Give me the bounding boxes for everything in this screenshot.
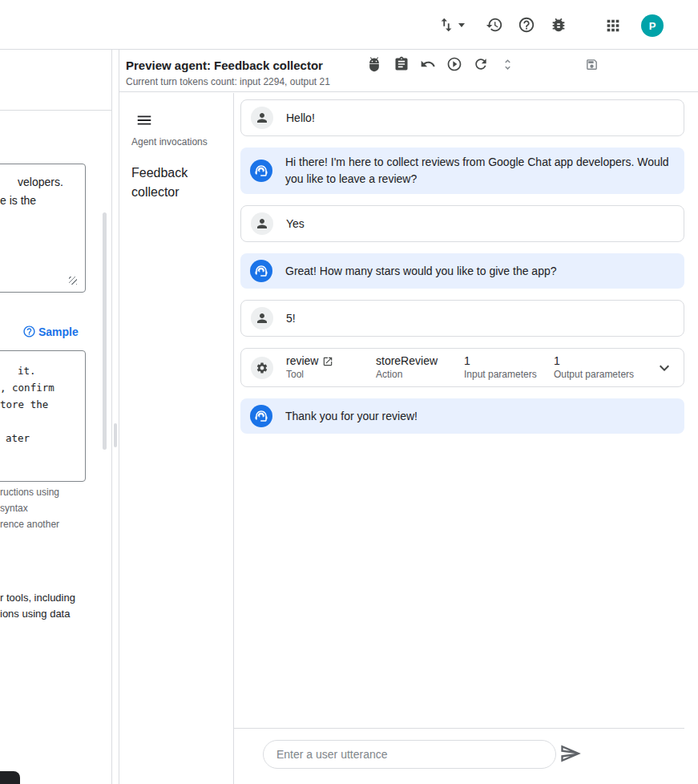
tool-action-value: storeReview: [376, 354, 464, 368]
helper-text-fragment: rence another: [0, 519, 59, 530]
avatar-letter: P: [649, 20, 656, 32]
tool-name-link[interactable]: review: [286, 354, 318, 368]
code-fragment: tore the: [0, 396, 48, 413]
agent-message: Great! How many stars would you like to …: [240, 253, 684, 289]
helper-text-fragment: syntax: [0, 503, 28, 514]
agent-message: Hi there! I'm here to collect reviews fr…: [240, 148, 684, 194]
sample-help-icon[interactable]: [22, 325, 36, 338]
user-message: 5!: [240, 300, 684, 337]
run-icon[interactable]: [446, 56, 462, 72]
app-screen: P velopers. e is the Sample it. , confir…: [0, 0, 698, 784]
goal-text-fragment: velopers.: [18, 173, 63, 192]
goal-textarea[interactable]: velopers. e is the: [0, 164, 86, 293]
preview-header: Preview agent: Feedback collector Curren…: [119, 50, 698, 92]
goal-text-fragment: e is the: [0, 192, 36, 210]
agent-config-panel: velopers. e is the Sample it. , confirm …: [0, 50, 112, 784]
history-icon[interactable]: [486, 16, 503, 34]
message-text: 5!: [286, 310, 296, 327]
preview-title: Preview agent: Feedback collector: [126, 58, 323, 74]
help-icon[interactable]: [518, 16, 535, 34]
chevron-down-icon[interactable]: [655, 358, 674, 378]
open-in-new-icon[interactable]: [322, 356, 333, 367]
agent-avatar-icon: [250, 160, 272, 182]
preview-agent-panel: Preview agent: Feedback collector Curren…: [119, 50, 698, 784]
agent-avatar-icon: [250, 405, 272, 427]
code-fragment: ater: [6, 430, 30, 447]
restart-icon[interactable]: [473, 56, 489, 72]
tool-details: review Tool storeReview Action: [286, 354, 642, 381]
sample-link[interactable]: Sample: [38, 325, 79, 338]
android-debug-icon[interactable]: [366, 56, 382, 72]
message-list: Hello! Hi there! I'm here to collect rev…: [234, 93, 698, 445]
apps-grid-icon[interactable]: [604, 17, 622, 34]
tool-invocation-row: review Tool storeReview Action: [240, 348, 684, 387]
save-icon[interactable]: [585, 58, 599, 71]
tool-input-count: 1: [464, 354, 554, 368]
code-fragment: , confirm: [0, 379, 54, 396]
user-message: Hello!: [240, 99, 684, 136]
message-text: Hello!: [286, 110, 315, 127]
message-text: Yes: [286, 216, 305, 232]
message-text: Thank you for your review!: [285, 408, 418, 425]
send-icon[interactable]: [559, 742, 582, 765]
user-avatar-icon: [251, 107, 273, 129]
tool-action-label: Action: [376, 369, 464, 381]
transcript-icon[interactable]: [393, 56, 410, 72]
tool-output-count: 1: [554, 354, 642, 368]
section-divider: [0, 110, 112, 111]
tool-input-label: Input parameters: [464, 369, 554, 381]
tool-name-label: Tool: [286, 369, 376, 381]
chat-transcript-panel: Hello! Hi there! I'm here to collect rev…: [233, 93, 698, 784]
invocation-agent-name[interactable]: Feedback collector: [131, 164, 220, 202]
top-app-bar: P: [0, 0, 698, 50]
code-fragment: it.: [18, 362, 36, 379]
undo-icon[interactable]: [420, 56, 436, 72]
body-text-fragment: r tools, including: [0, 592, 75, 604]
account-avatar[interactable]: P: [641, 14, 664, 37]
helper-text-fragment: ructions using: [0, 487, 59, 498]
textarea-resize-handle[interactable]: [69, 277, 77, 285]
panel-scrollbar-thumb[interactable]: [103, 212, 107, 450]
agent-invocations-label: Agent invocations: [131, 136, 208, 148]
unfold-more-icon[interactable]: [501, 58, 514, 71]
body-text-fragment: ions using data: [0, 608, 70, 620]
gutter-scrollbar-thumb[interactable]: [114, 423, 117, 447]
user-avatar-icon: [251, 212, 273, 235]
debug-icon[interactable]: [550, 16, 567, 34]
token-count-status: Current turn tokens count: input 2294, o…: [126, 76, 330, 88]
hamburger-menu-icon[interactable]: [135, 111, 153, 129]
dropdown-caret-icon[interactable]: [458, 23, 465, 27]
tool-avatar-icon: [251, 357, 273, 379]
agent-message: Thank you for your review!: [240, 398, 684, 434]
cutoff-dark-element: [0, 771, 20, 784]
tool-output-label: Output parameters: [554, 369, 642, 381]
import-export-icon[interactable]: [438, 16, 455, 34]
composer-bar: [234, 728, 684, 784]
user-message: Yes: [240, 205, 684, 242]
utterance-input[interactable]: [263, 740, 556, 769]
agent-avatar-icon: [250, 260, 272, 282]
message-text: Hi there! I'm here to collect reviews fr…: [285, 154, 672, 188]
message-text: Great! How many stars would you like to …: [285, 263, 557, 280]
user-avatar-icon: [251, 307, 273, 329]
instructions-editor[interactable]: it. , confirm tore the ater: [0, 350, 86, 482]
